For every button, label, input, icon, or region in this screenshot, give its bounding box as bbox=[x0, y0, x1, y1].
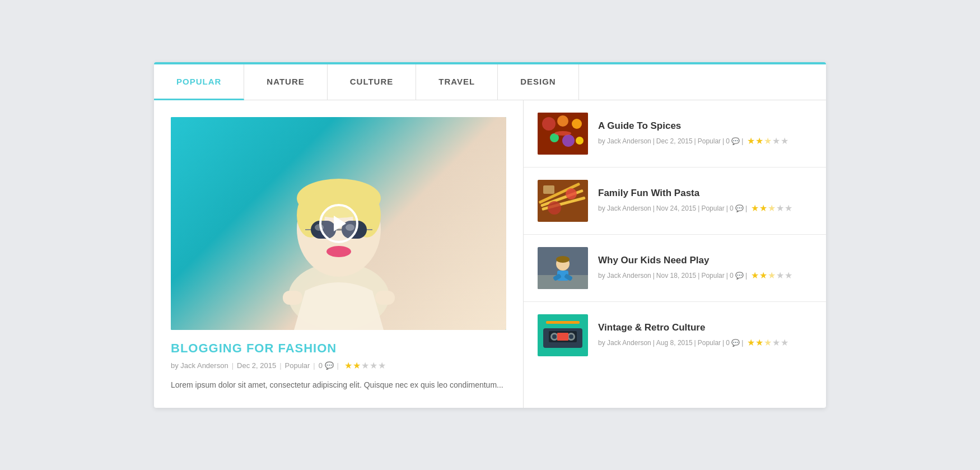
spices-category[interactable]: Popular bbox=[698, 137, 721, 145]
svg-point-38 bbox=[556, 256, 570, 263]
svg-point-23 bbox=[576, 137, 584, 145]
sep2: | bbox=[279, 361, 281, 370]
svg-rect-16 bbox=[375, 291, 395, 305]
tab-popular[interactable]: POPULAR bbox=[154, 64, 244, 100]
article-title-pasta[interactable]: Family Fun With Pasta bbox=[598, 188, 812, 199]
article-title-spices[interactable]: A Guide To Spices bbox=[598, 120, 812, 132]
article-meta-retro: by Jack Anderson | Aug 8, 2015 | Popular… bbox=[598, 337, 812, 348]
svg-point-45 bbox=[569, 334, 573, 339]
retro-comments[interactable]: 0 💬 bbox=[726, 339, 740, 347]
article-item-spices: A Guide To Spices by Jack Anderson | Dec… bbox=[524, 100, 826, 167]
article-title-kids[interactable]: Why Our Kids Need Play bbox=[598, 255, 812, 266]
spices-comments[interactable]: 0 💬 bbox=[726, 137, 740, 145]
sep1: | bbox=[232, 361, 234, 370]
featured-image-bg bbox=[171, 117, 506, 330]
star-1: ★ bbox=[344, 360, 352, 371]
article-thumb-pasta[interactable] bbox=[538, 180, 588, 222]
spices-sep2: | bbox=[694, 137, 696, 145]
main-container: POPULAR NATURE CULTURE TRAVEL DESIGN bbox=[154, 62, 826, 408]
pasta-comments[interactable]: 0 💬 bbox=[730, 204, 744, 212]
star-3: ★ bbox=[361, 360, 369, 371]
article-info-retro: Vintage & Retro Culture by Jack Anderson… bbox=[598, 322, 812, 348]
pasta-stars[interactable]: ★ ★ ★ ★ ★ bbox=[751, 203, 792, 213]
kids-sep4: | bbox=[745, 272, 747, 280]
kids-sep1: | bbox=[653, 272, 655, 280]
star-5: ★ bbox=[378, 360, 386, 371]
article-item-retro: Vintage & Retro Culture by Jack Anderson… bbox=[524, 302, 826, 369]
article-thumb-retro[interactable] bbox=[538, 314, 588, 356]
retro-sep2: | bbox=[694, 339, 696, 347]
kids-stars[interactable]: ★ ★ ★ ★ ★ bbox=[751, 270, 792, 281]
article-title-retro[interactable]: Vintage & Retro Culture bbox=[598, 322, 812, 333]
tabs-bar: POPULAR NATURE CULTURE TRAVEL DESIGN bbox=[154, 64, 826, 100]
pasta-sep4: | bbox=[745, 204, 747, 212]
svg-point-19 bbox=[557, 115, 568, 127]
retro-sep1: | bbox=[653, 339, 655, 347]
article-info-spices: A Guide To Spices by Jack Anderson | Dec… bbox=[598, 120, 812, 146]
tab-culture[interactable]: CULTURE bbox=[328, 64, 417, 100]
retro-author: by Jack Anderson bbox=[598, 339, 651, 347]
article-meta-kids: by Jack Anderson | Nov 18, 2015 | Popula… bbox=[598, 270, 812, 281]
spices-author: by Jack Anderson bbox=[598, 137, 651, 145]
spices-sep1: | bbox=[653, 137, 655, 145]
spices-date: Dec 2, 2015 bbox=[656, 137, 693, 145]
kids-author: by Jack Anderson bbox=[598, 272, 651, 280]
article-meta-spices: by Jack Anderson | Dec 2, 2015 | Popular… bbox=[598, 136, 812, 146]
kids-sep3: | bbox=[726, 272, 728, 280]
pasta-author: by Jack Anderson bbox=[598, 204, 651, 212]
kids-category[interactable]: Popular bbox=[701, 272, 724, 280]
featured-comments[interactable]: 0 💬 bbox=[319, 361, 334, 370]
featured-title[interactable]: BLOGGING FOR FASHION bbox=[171, 341, 506, 356]
featured-category[interactable]: Popular bbox=[285, 361, 310, 370]
article-item-pasta: Family Fun With Pasta by Jack Anderson |… bbox=[524, 167, 826, 235]
featured-author: by Jack Anderson bbox=[171, 361, 228, 370]
svg-rect-15 bbox=[283, 291, 302, 305]
pasta-sep2: | bbox=[698, 204, 699, 212]
svg-rect-47 bbox=[546, 321, 580, 324]
svg-rect-31 bbox=[543, 185, 554, 194]
article-thumb-spices[interactable] bbox=[538, 113, 588, 155]
star-4: ★ bbox=[370, 360, 377, 371]
play-button[interactable] bbox=[319, 204, 358, 243]
pasta-date: Nov 24, 2015 bbox=[656, 204, 696, 212]
spices-stars[interactable]: ★ ★ ★ ★ ★ bbox=[747, 136, 788, 146]
retro-sep3: | bbox=[722, 339, 724, 347]
articles-list: A Guide To Spices by Jack Anderson | Dec… bbox=[524, 100, 826, 408]
kids-sep2: | bbox=[698, 272, 699, 280]
article-item-kids: Why Our Kids Need Play by Jack Anderson … bbox=[524, 235, 826, 302]
retro-category[interactable]: Popular bbox=[698, 339, 721, 347]
spices-sep4: | bbox=[741, 137, 743, 145]
sep4: | bbox=[337, 361, 339, 370]
article-info-pasta: Family Fun With Pasta by Jack Anderson |… bbox=[598, 188, 812, 213]
svg-point-29 bbox=[548, 201, 561, 215]
kids-date: Nov 18, 2015 bbox=[656, 272, 696, 280]
featured-image[interactable] bbox=[171, 117, 506, 330]
svg-point-14 bbox=[326, 246, 351, 257]
svg-point-44 bbox=[552, 334, 557, 339]
featured-stars[interactable]: ★ ★ ★ ★ ★ bbox=[344, 360, 386, 371]
tab-design[interactable]: DESIGN bbox=[498, 64, 579, 100]
main-content: BLOGGING FOR FASHION by Jack Anderson | … bbox=[154, 100, 826, 408]
retro-date: Aug 8, 2015 bbox=[656, 339, 693, 347]
svg-point-24 bbox=[554, 131, 571, 136]
thumb-spices-bg bbox=[538, 113, 588, 155]
pasta-sep1: | bbox=[653, 204, 655, 212]
featured-meta: by Jack Anderson | Dec 2, 2015 | Popular… bbox=[171, 360, 506, 371]
article-meta-pasta: by Jack Anderson | Nov 24, 2015 | Popula… bbox=[598, 203, 812, 213]
sep3: | bbox=[313, 361, 315, 370]
svg-point-18 bbox=[542, 117, 556, 131]
kids-comments[interactable]: 0 💬 bbox=[730, 272, 744, 280]
svg-point-30 bbox=[566, 188, 577, 199]
pasta-sep3: | bbox=[726, 204, 728, 212]
tab-nature[interactable]: NATURE bbox=[244, 64, 327, 100]
play-icon bbox=[334, 216, 346, 231]
featured-panel: BLOGGING FOR FASHION by Jack Anderson | … bbox=[154, 100, 524, 408]
pasta-category[interactable]: Popular bbox=[701, 204, 724, 212]
star-2: ★ bbox=[353, 360, 361, 371]
svg-point-20 bbox=[572, 119, 582, 129]
article-thumb-kids[interactable] bbox=[538, 247, 588, 289]
retro-stars[interactable]: ★ ★ ★ ★ ★ bbox=[747, 337, 788, 348]
retro-sep4: | bbox=[741, 339, 743, 347]
tab-travel[interactable]: TRAVEL bbox=[416, 64, 498, 100]
featured-excerpt: Lorem ipsum dolor sit amet, consectetur … bbox=[171, 379, 506, 391]
